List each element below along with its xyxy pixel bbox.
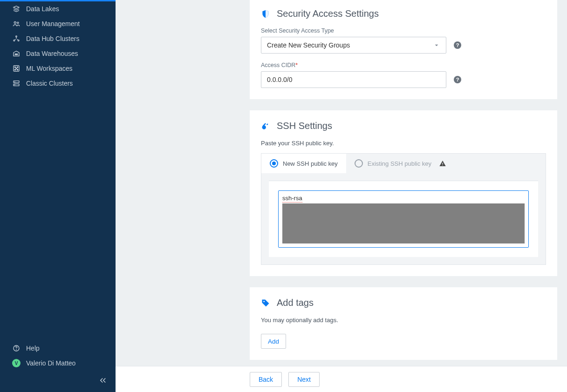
ssh-panel: New SSH public key Existing SSH public k…: [261, 153, 546, 265]
access-cidr-label: Access CIDR*: [261, 62, 546, 68]
wizard-footer: Back Next: [116, 366, 567, 392]
tab-new-ssh-key[interactable]: New SSH public key: [261, 154, 346, 173]
ml-icon: [11, 65, 21, 72]
tab-new-ssh-label: New SSH public key: [283, 160, 338, 167]
section-tags: Add tags You may optionally add tags. Ad…: [250, 287, 557, 360]
section-ssh: SSH Settings Paste your SSH public key. …: [250, 110, 557, 276]
tags-hint: You may optionally add tags.: [261, 317, 546, 324]
section-security-title: Security Access Settings: [277, 8, 379, 19]
back-button-label: Back: [259, 376, 273, 383]
sidebar-item-data-hub-clusters[interactable]: Data Hub Clusters: [0, 31, 116, 46]
svg-rect-22: [442, 165, 443, 165]
ssh-key-prefix: ssh-rsa: [282, 195, 302, 203]
sidebar-item-classic-clusters[interactable]: Classic Clusters: [0, 76, 116, 91]
svg-point-14: [14, 81, 15, 82]
security-select-help-icon[interactable]: ?: [454, 41, 461, 49]
sidebar-item-user-management[interactable]: User Management: [0, 16, 116, 31]
tab-existing-ssh-label: Existing SSH public key: [368, 160, 431, 167]
access-cidr-input[interactable]: [267, 76, 440, 83]
sidebar-help-label: Help: [26, 345, 40, 352]
section-ssh-title: SSH Settings: [277, 121, 332, 131]
sidebar-item-label: Classic Clusters: [26, 80, 73, 87]
radio-checked-icon: [270, 159, 278, 168]
svg-point-18: [262, 125, 266, 129]
collapse-sidebar-button[interactable]: [99, 376, 107, 385]
key-icon: [261, 122, 270, 131]
sidebar-user-name: Valerio Di Matteo: [26, 359, 75, 367]
svg-rect-20: [266, 123, 268, 125]
back-button[interactable]: Back: [250, 372, 282, 387]
next-button-label: Next: [297, 376, 311, 383]
tag-icon: [261, 298, 270, 308]
sidebar-item-label: Data Warehouses: [26, 50, 78, 57]
avatar-initial: V: [12, 359, 20, 367]
sidebar-item-label: ML Workspaces: [26, 65, 73, 72]
svg-point-17: [16, 350, 17, 350]
svg-point-1: [17, 22, 19, 23]
security-select-label: Select Security Access Type: [261, 27, 546, 34]
sidebar-item-data-lakes[interactable]: Data Lakes: [0, 1, 116, 16]
svg-rect-6: [17, 54, 18, 55]
sidebar-nav: Data Lakes User Management Data Hub Clus…: [0, 0, 116, 91]
ssh-tabs: New SSH public key Existing SSH public k…: [261, 154, 546, 173]
ssh-public-key-textarea[interactable]: ssh-rsa: [278, 190, 529, 248]
avatar: V: [11, 359, 21, 367]
security-access-type-select[interactable]: Create New Security Groups: [261, 37, 446, 54]
main: Security Access Settings Select Security…: [116, 0, 567, 392]
sidebar-item-ml-workspaces[interactable]: ML Workspaces: [0, 61, 116, 76]
users-icon: [11, 20, 21, 27]
sidebar-item-label: User Management: [26, 20, 80, 27]
sidebar: Data Lakes User Management Data Hub Clus…: [0, 0, 116, 392]
sidebar-user[interactable]: V Valerio Di Matteo: [0, 356, 116, 371]
radio-unchecked-icon: [355, 159, 363, 168]
svg-point-2: [16, 36, 17, 37]
server-icon: [11, 80, 21, 87]
ssh-tab-body: ssh-rsa: [269, 181, 538, 257]
add-tag-label: Add: [268, 338, 279, 345]
ssh-hint: Paste your SSH public key.: [261, 140, 546, 147]
access-cidr-input-wrapper: [261, 71, 446, 88]
sidebar-item-label: Data Lakes: [26, 5, 59, 13]
shield-icon: [261, 9, 270, 19]
svg-point-15: [14, 85, 15, 85]
warehouse-icon: [11, 50, 21, 57]
help-icon: [11, 345, 21, 352]
sidebar-bottom: Help V Valerio Di Matteo: [0, 341, 116, 392]
section-security: Security Access Settings Select Security…: [250, 0, 557, 99]
next-button[interactable]: Next: [288, 372, 320, 387]
security-select-value: Create New Security Groups: [267, 41, 350, 49]
access-cidr-label-text: Access CIDR: [261, 62, 295, 68]
svg-point-0: [14, 21, 16, 23]
section-tags-title: Add tags: [277, 297, 314, 308]
sidebar-item-data-warehouses[interactable]: Data Warehouses: [0, 46, 116, 61]
svg-rect-21: [442, 163, 443, 164]
ssh-key-redacted: [282, 203, 525, 243]
required-asterisk: *: [295, 62, 298, 68]
chevron-down-icon: [433, 41, 440, 49]
svg-point-23: [263, 301, 265, 302]
svg-rect-5: [15, 54, 16, 55]
warning-icon: [439, 160, 446, 167]
sidebar-item-label: Data Hub Clusters: [26, 35, 79, 42]
sidebar-item-help[interactable]: Help: [0, 341, 116, 356]
access-cidr-help-icon[interactable]: ?: [454, 76, 461, 83]
layers-icon: [11, 5, 21, 13]
sidebar-accent: [0, 0, 116, 1]
cluster-icon: [11, 35, 21, 42]
add-tag-button[interactable]: Add: [261, 334, 286, 349]
tab-existing-ssh-key[interactable]: Existing SSH public key: [346, 154, 455, 173]
